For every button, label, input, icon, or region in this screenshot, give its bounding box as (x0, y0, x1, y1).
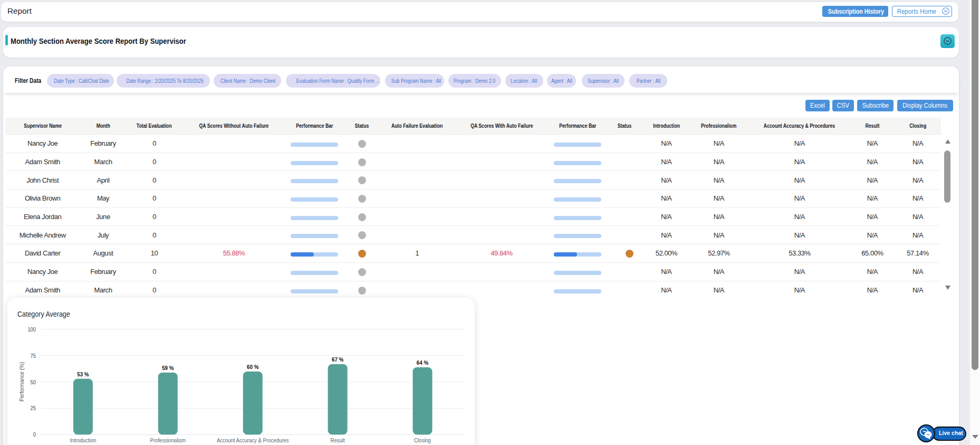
svg-text:64 %: 64 % (417, 359, 429, 366)
svg-text:0: 0 (33, 432, 36, 438)
svg-text:100: 100 (27, 326, 36, 333)
svg-text:Introduction: Introduction (70, 437, 96, 443)
svg-text:75: 75 (31, 353, 36, 359)
svg-text:25: 25 (31, 405, 36, 412)
svg-text:50: 50 (31, 379, 36, 385)
svg-text:53 %: 53 % (77, 371, 89, 377)
svg-text:Result: Result (331, 437, 345, 443)
svg-text:Account Accuracy & Procedures: Account Accuracy & Procedures (217, 437, 289, 443)
svg-text:Professionalism: Professionalism (150, 437, 186, 443)
svg-text:60 %: 60 % (247, 363, 259, 370)
svg-text:Closing: Closing (414, 437, 431, 443)
svg-text:Performance (%): Performance (%) (19, 362, 25, 402)
svg-text:67 %: 67 % (332, 356, 344, 363)
svg-text:59 %: 59 % (162, 364, 174, 371)
